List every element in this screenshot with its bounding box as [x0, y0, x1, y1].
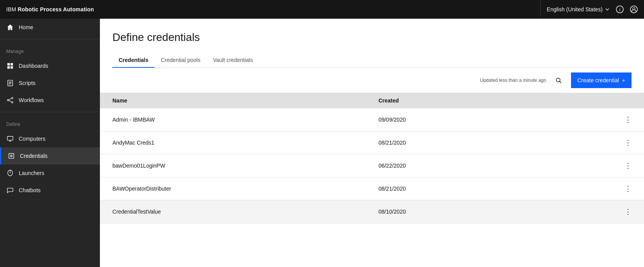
cell-actions: ⋮: [532, 131, 644, 154]
cell-actions: ⋮: [532, 154, 644, 177]
cell-created: 08/21/2020: [366, 131, 532, 154]
brand-ibm: IBM: [6, 6, 18, 12]
brand-product: Robotic Process Automation: [18, 6, 94, 12]
chatbots-icon: [6, 186, 14, 194]
cell-name: CredentialTestValue: [100, 200, 366, 223]
tab-vault-credentials[interactable]: Vault credentials: [206, 53, 259, 68]
sidebar: Home Manage Dashboards Scripts Workflows…: [0, 19, 100, 267]
sidebar-dashboards-label: Dashboards: [19, 63, 48, 69]
sidebar-item-credentials[interactable]: Credentials: [0, 147, 100, 164]
page-title: Define credentials: [112, 31, 632, 44]
cell-actions: ⋮: [532, 108, 644, 131]
svg-rect-5: [11, 63, 13, 65]
column-created: Created: [366, 93, 532, 108]
svg-rect-4: [7, 63, 10, 65]
sidebar-credentials-label: Credentials: [20, 153, 48, 159]
sidebar-item-dashboards[interactable]: Dashboards: [0, 57, 100, 74]
tab-credential-pools[interactable]: Credential pools: [155, 53, 206, 68]
user-svg: [630, 5, 638, 13]
brand: IBM Robotic Process Automation: [6, 6, 94, 12]
toolbar-updated-text: Updated less than a minute ago: [480, 78, 546, 83]
sidebar-item-launchers[interactable]: Launchers: [0, 164, 100, 182]
svg-rect-17: [7, 136, 13, 140]
sidebar-define-label: Define: [0, 115, 100, 130]
language-label: English (United States): [547, 6, 603, 12]
column-name: Name: [100, 93, 366, 108]
tabs: Credentials Credential pools Vault crede…: [112, 53, 632, 68]
home-icon: [6, 23, 14, 31]
table-wrapper: Name Created Admin - IBMBAW09/09/2020⋮An…: [100, 93, 644, 267]
svg-rect-20: [9, 154, 14, 159]
create-credential-button[interactable]: Create credential +: [571, 72, 632, 88]
svg-line-15: [9, 99, 11, 100]
sidebar-item-home[interactable]: Home: [0, 19, 100, 36]
user-icon[interactable]: [630, 5, 638, 13]
sidebar-item-workflows[interactable]: Workflows: [0, 92, 100, 109]
svg-point-21: [11, 155, 12, 157]
sidebar-home-label: Home: [19, 24, 33, 30]
main-layout: Home Manage Dashboards Scripts Workflows…: [0, 19, 644, 267]
credentials-icon: [7, 152, 15, 160]
topbar-divider: [540, 0, 541, 19]
sidebar-chatbots-label: Chatbots: [19, 187, 41, 193]
column-actions: [532, 93, 644, 108]
table-row: bawDemo01LoginPW06/22/2020⋮: [100, 154, 644, 177]
language-selector[interactable]: English (United States): [547, 6, 610, 12]
topbar: IBM Robotic Process Automation English (…: [0, 0, 644, 19]
svg-point-3: [633, 7, 635, 10]
workflows-icon: [6, 96, 14, 104]
table-header-row: Name Created: [100, 93, 644, 108]
sidebar-workflows-label: Workflows: [19, 97, 44, 103]
overflow-menu-button[interactable]: ⋮: [621, 138, 635, 148]
svg-point-13: [12, 97, 13, 99]
sidebar-scripts-label: Scripts: [19, 80, 36, 86]
sidebar-item-scripts[interactable]: Scripts: [0, 74, 100, 92]
sidebar-manage-label: Manage: [0, 42, 100, 57]
overflow-menu-button[interactable]: ⋮: [621, 115, 635, 125]
cell-name: Admin - IBMBAW: [100, 108, 366, 131]
main-content: Define credentials Credentials Credentia…: [100, 19, 644, 267]
sidebar-divider-define: [0, 112, 100, 112]
dashboards-icon: [6, 62, 14, 70]
computers-icon: [6, 135, 14, 143]
cell-created: 08/21/2020: [366, 177, 532, 200]
scripts-icon: [6, 79, 14, 87]
create-credential-label: Create credential: [577, 77, 619, 83]
search-icon: [555, 77, 562, 83]
svg-line-24: [560, 81, 561, 83]
svg-text:i: i: [619, 7, 621, 12]
svg-rect-7: [11, 66, 13, 69]
cell-created: 09/09/2020: [366, 108, 532, 131]
cell-name: bawDemo01LoginPW: [100, 154, 366, 177]
sidebar-item-computers[interactable]: Computers: [0, 130, 100, 147]
table-row: AndyMac Creds108/21/2020⋮: [100, 131, 644, 154]
cell-name: BAWOperatorDistributer: [100, 177, 366, 200]
cell-actions: ⋮: [532, 200, 644, 223]
overflow-menu-button[interactable]: ⋮: [621, 184, 635, 194]
create-credential-plus-icon: +: [622, 77, 625, 83]
cell-created: 06/22/2020: [366, 154, 532, 177]
table-row: Admin - IBMBAW09/09/2020⋮: [100, 108, 644, 131]
table-row: BAWOperatorDistributer08/21/2020⋮: [100, 177, 644, 200]
svg-point-14: [12, 102, 13, 103]
launchers-icon: [6, 169, 14, 177]
sidebar-item-chatbots[interactable]: Chatbots: [0, 182, 100, 199]
cell-actions: ⋮: [532, 177, 644, 200]
cell-created: 08/10/2020: [366, 200, 532, 223]
tab-credentials[interactable]: Credentials: [112, 53, 155, 68]
info-icon[interactable]: i: [616, 5, 624, 13]
search-button[interactable]: [551, 72, 566, 88]
sidebar-computers-label: Computers: [19, 136, 45, 142]
svg-point-23: [557, 78, 560, 82]
credentials-table: Name Created Admin - IBMBAW09/09/2020⋮An…: [100, 93, 644, 223]
page-header: Define credentials Credentials Credentia…: [100, 19, 644, 68]
topbar-right: English (United States) i: [540, 0, 638, 19]
info-svg: i: [616, 5, 624, 13]
table-toolbar: Updated less than a minute ago Create cr…: [100, 68, 644, 93]
overflow-menu-button[interactable]: ⋮: [621, 207, 635, 217]
overflow-menu-button[interactable]: ⋮: [621, 161, 635, 171]
table-row: CredentialTestValue08/10/2020⋮: [100, 200, 644, 223]
sidebar-launchers-label: Launchers: [19, 170, 44, 176]
sidebar-divider-manage: [0, 39, 100, 39]
svg-rect-6: [7, 66, 10, 69]
